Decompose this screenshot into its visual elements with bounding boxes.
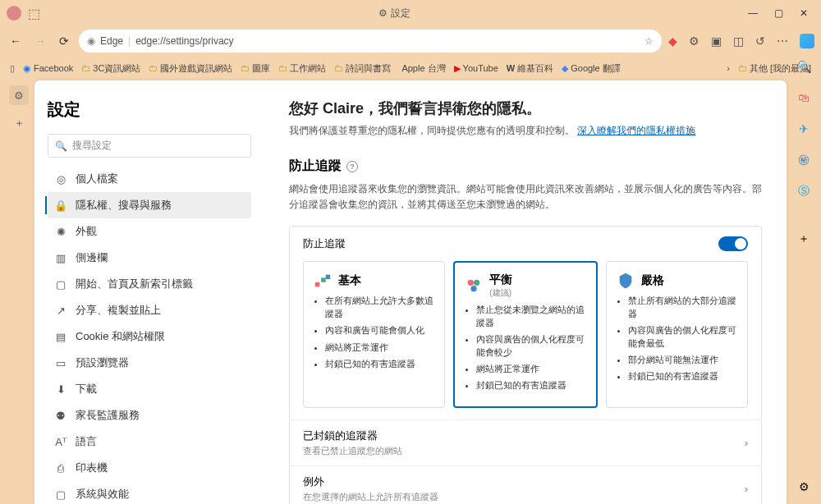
settings-page: 設定 🔍 搜尋設定 ◎個人檔案 🔒隱私權、搜尋與服務 ✺外觀 ▥側邊欄 ▢開始、… <box>34 80 787 504</box>
search-placeholder: 搜尋設定 <box>72 139 112 153</box>
tracking-option-strict[interactable]: 嚴格 禁止所有網站的大部分追蹤器 內容與廣告的個人化程度可能會最低 部分網站可能… <box>606 261 748 407</box>
bookmark-item[interactable]: W維基百科 <box>507 62 553 75</box>
bookmark-item[interactable]: ◉Facebook <box>23 63 73 74</box>
minimize-button[interactable]: ― <box>748 7 758 19</box>
cast-icon[interactable]: ▣ <box>711 34 722 48</box>
svg-point-5 <box>471 286 477 291</box>
search-icon[interactable]: 🔍 <box>796 59 811 74</box>
send-icon[interactable]: ✈ <box>796 121 811 136</box>
new-tab-button[interactable]: ＋ <box>9 113 29 133</box>
nav-default-browser[interactable]: ▭預設瀏覽器 <box>48 350 251 376</box>
tab-title: 設定 <box>391 7 410 21</box>
tracking-section-heading: 防止追蹤 ? <box>289 158 762 175</box>
menu-icon[interactable]: ⋯ <box>777 34 788 48</box>
refresh-button[interactable]: ⟳ <box>56 31 72 51</box>
nav-share[interactable]: ↗分享、複製並貼上 <box>48 297 251 323</box>
svg-point-4 <box>474 280 479 286</box>
gear-icon: ⚙ <box>378 7 388 19</box>
nav-appearance[interactable]: ✺外觀 <box>48 218 251 245</box>
greeting: 您好 Claire，我們誓言捍衛您的隱私。 <box>289 99 762 118</box>
url-bar[interactable]: ◉ Edge | edge://settings/privacy ☆ <box>79 30 662 53</box>
svg-rect-0 <box>315 282 320 287</box>
settings-main: 您好 Claire，我們誓言捍衛您的隱私。 我們將保護並尊重您的隱私權，同時提供… <box>264 80 787 504</box>
back-button[interactable]: ← <box>7 31 25 51</box>
tracking-card: 防止追蹤 基本 在所有網站上允許大多數追蹤器 內容和廣告可能會個人化 網站將正常… <box>289 226 762 504</box>
rail-settings-icon[interactable]: ⚙ <box>796 479 811 494</box>
nav-privacy[interactable]: 🔒隱私權、搜尋與服務 <box>48 192 251 218</box>
bookmark-folder[interactable]: 🗀圖庫 <box>241 62 270 75</box>
titlebar: ⬚ ⚙ 設定 ― ▢ ✕ <box>0 0 821 26</box>
add-rail-icon[interactable]: ＋ <box>796 231 811 246</box>
reading-list-icon[interactable]: ▯ <box>10 63 15 74</box>
vertical-tab-strip: ⚙ ＋ <box>5 80 33 133</box>
nav-start[interactable]: ▢開始、首頁及新索引標籤 <box>48 271 251 297</box>
nav-downloads[interactable]: ⬇下載 <box>48 376 251 402</box>
maximize-button[interactable]: ▢ <box>774 7 783 19</box>
edge-icon: ◉ <box>87 35 95 47</box>
blocked-trackers-row[interactable]: 已封鎖的追蹤器 查看已禁止追蹤您的網站 › <box>290 419 761 465</box>
history-icon[interactable]: ↺ <box>755 34 765 48</box>
svg-rect-1 <box>321 278 326 283</box>
settings-heading: 設定 <box>48 99 251 121</box>
url-text: edge://settings/privacy <box>135 35 233 47</box>
nav-sidebar[interactable]: ▥側邊欄 <box>48 245 251 271</box>
tracking-description: 網站會使用追蹤器來收集您的瀏覽資訊。網站可能會使用此資訊來改善網站，並展示個人化… <box>289 181 762 213</box>
bookmark-item[interactable]: Apple 台灣 <box>399 62 445 75</box>
svg-rect-2 <box>326 275 331 280</box>
brave-icon[interactable]: ◆ <box>668 34 677 48</box>
bookmark-folder[interactable]: 🗀國外遊戲資訊網站 <box>149 62 232 75</box>
skype-icon[interactable]: Ⓢ <box>796 184 811 199</box>
strict-icon <box>617 272 635 290</box>
nav-family[interactable]: ⚉家長監護服務 <box>48 402 251 428</box>
tracking-option-basic[interactable]: 基本 在所有網站上允許大多數追蹤器 內容和廣告可能會個人化 網站將正常運作 封鎖… <box>303 261 445 407</box>
nav-cookies[interactable]: ▤Cookie 和網站權限 <box>48 323 251 350</box>
privacy-learn-more-link[interactable]: 深入瞭解我們的隱私權措施 <box>577 125 695 136</box>
nav-system[interactable]: ▢系統與效能 <box>48 481 251 504</box>
extensions-icon[interactable]: ⚙ <box>689 34 699 48</box>
bookmark-folder[interactable]: 🗀3C資訊網站 <box>81 62 140 75</box>
translate-icon[interactable]: ㊙ <box>796 153 811 167</box>
bookmark-folder[interactable]: 🗀工作網站 <box>278 62 326 75</box>
tracking-toggle[interactable] <box>718 236 748 251</box>
toolbar: ← → ⟳ ◉ Edge | edge://settings/privacy ☆… <box>0 26 821 56</box>
nav-language[interactable]: Aᵀ語言 <box>48 428 251 455</box>
favorite-star-icon[interactable]: ☆ <box>644 35 654 47</box>
tracking-toggle-label: 防止追蹤 <box>303 236 346 251</box>
search-icon: 🔍 <box>55 140 67 152</box>
chevron-right-icon: › <box>745 437 748 449</box>
search-input[interactable]: 🔍 搜尋設定 <box>48 134 251 158</box>
nav-printer[interactable]: ⎙印表機 <box>48 455 251 481</box>
bookmarks-bar: ▯ ◉Facebook 🗀3C資訊網站 🗀國外遊戲資訊網站 🗀圖庫 🗀工作網站 … <box>0 56 821 80</box>
tracking-option-balanced[interactable]: 平衡(建議) 禁止您從未瀏覽之網站的追蹤器 內容與廣告的個人化程度可能會較少 網… <box>453 261 597 407</box>
greeting-subtitle: 我們將保護並尊重您的隱私權，同時提供您應有的透明度和控制。 深入瞭解我們的隱私權… <box>289 123 762 138</box>
bookmark-item[interactable]: ◆Google 翻譯 <box>562 62 621 75</box>
right-sidebar: 🔍 🛍 ✈ ㊙ Ⓢ ＋ ⚙ <box>791 26 816 246</box>
profile-avatar[interactable] <box>7 6 21 21</box>
close-button[interactable]: ✕ <box>800 7 808 19</box>
balanced-icon <box>465 277 483 295</box>
settings-tab[interactable]: ⚙ <box>9 85 29 105</box>
url-brand: Edge <box>100 35 123 47</box>
nav-profile[interactable]: ◎個人檔案 <box>48 166 251 192</box>
bookmark-item[interactable]: ▶YouTube <box>454 63 498 74</box>
workspace-icon[interactable]: ⬚ <box>28 6 40 21</box>
basic-icon <box>314 272 332 290</box>
svg-point-3 <box>468 280 474 286</box>
bookmark-folder[interactable]: 🗀詩詞與書寫 <box>334 62 391 75</box>
chevron-right-icon: › <box>745 483 748 495</box>
exceptions-row[interactable]: 例外 在您選擇的網站上允許所有追蹤器 › <box>290 465 761 504</box>
settings-sidebar: 設定 🔍 搜尋設定 ◎個人檔案 🔒隱私權、搜尋與服務 ✺外觀 ▥側邊欄 ▢開始、… <box>34 80 264 504</box>
bookmarks-scroll-right[interactable]: › <box>727 63 730 73</box>
collections-icon[interactable]: ◫ <box>733 34 744 48</box>
shopping-icon[interactable]: 🛍 <box>796 90 811 105</box>
help-icon[interactable]: ? <box>346 161 358 172</box>
forward-button[interactable]: → <box>31 31 49 51</box>
